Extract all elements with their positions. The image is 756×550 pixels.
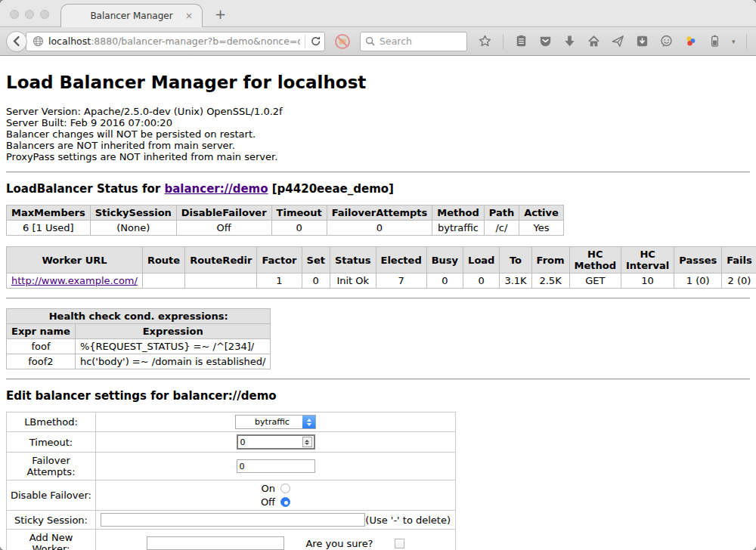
select-stepper-icon: [302, 416, 315, 428]
blocked-content-icon[interactable]: [334, 33, 351, 50]
disable-failover-label: Disable Failover:: [7, 480, 96, 511]
table-title-row: Health check cond. expressions:: [7, 309, 271, 324]
server-version: Server Version: Apache/2.5.0-dev (Unix) …: [6, 106, 750, 117]
page-title: Load Balancer Manager for localhost: [6, 73, 750, 92]
lbmethod-select[interactable]: bytraffic: [235, 415, 316, 429]
search-bar[interactable]: Search: [360, 32, 467, 51]
reading-list-icon[interactable]: [514, 34, 528, 48]
url-separator: [305, 35, 305, 48]
loadbalancer-status-heading: LoadBalancer Status for balancer://demo …: [6, 182, 750, 196]
failover-on-radio[interactable]: [280, 484, 290, 493]
server-built: Server Built: Feb 9 2016 07:00:20: [6, 117, 750, 128]
new-tab-button[interactable]: +: [215, 6, 226, 22]
divider: [6, 298, 750, 299]
timeout-label: Timeout:: [7, 432, 96, 453]
sticky-session-input[interactable]: [101, 513, 365, 527]
globe-icon: [33, 36, 44, 47]
minimize-window-button[interactable]: [25, 10, 34, 19]
back-button[interactable]: [6, 31, 27, 52]
are-you-sure-label: Are you sure?: [305, 538, 373, 549]
home-icon[interactable]: [587, 34, 601, 48]
page-content: Load Balancer Manager for localhost Serv…: [0, 56, 756, 550]
table-header-row: MaxMembers StickySession DisableFailover…: [7, 205, 564, 221]
close-window-button[interactable]: [10, 10, 19, 19]
balancer-demo-link[interactable]: balancer://demo: [164, 182, 268, 196]
window-controls[interactable]: [10, 10, 49, 19]
table-header-row: Worker URL Route RouteRedir Factor Set S…: [7, 247, 756, 273]
reload-icon[interactable]: [310, 34, 321, 48]
dropdown-caret-icon[interactable]: ▾: [732, 38, 736, 45]
failover-off-radio[interactable]: [280, 497, 290, 507]
messenger-icon[interactable]: [659, 34, 674, 48]
disable-failover-row: Disable Failover: On Off: [7, 480, 456, 511]
timeout-row: Timeout: 0: [7, 432, 456, 453]
inherit-note: Balancers are NOT inherited from main se…: [6, 140, 750, 151]
search-icon: [365, 36, 375, 46]
toolbar-separator: [503, 34, 503, 49]
are-you-sure-checkbox[interactable]: [395, 539, 404, 548]
navigation-toolbar: localhost:8880/balancer-manager?b=demo&n…: [0, 27, 756, 56]
toolbar-separator: [746, 34, 747, 49]
proxypass-note: ProxyPass settings are NOT inherited fro…: [6, 151, 750, 162]
add-worker-label: Add New Worker:: [7, 530, 96, 550]
tab-balancer-manager[interactable]: Balancer Manager ×: [60, 4, 203, 27]
table-row: foof2 hc('body') =~ /domain is establish…: [7, 354, 271, 369]
bookmark-star-icon[interactable]: [478, 34, 492, 48]
sticky-session-label: Sticky Session:: [7, 511, 96, 530]
worker-table: Worker URL Route RouteRedir Factor Set S…: [6, 246, 756, 289]
health-check-table: Health check cond. expressions: Expr nam…: [6, 308, 271, 369]
worker-url-link[interactable]: http://www.example.com/: [11, 275, 138, 286]
lbmethod-row: LBmethod: bytraffic: [7, 412, 456, 432]
send-icon[interactable]: [611, 34, 625, 48]
on-label: On: [261, 483, 275, 494]
pocket-icon[interactable]: [538, 34, 553, 48]
tab-close-icon[interactable]: ×: [185, 11, 193, 21]
add-worker-row: Add New Worker: Are you sure?: [7, 530, 456, 550]
battery-status-icon[interactable]: [708, 34, 722, 48]
table-header-row: Expr name Expression: [7, 324, 271, 339]
browser-window: Balancer Manager × + localhost:8880/bala…: [0, 0, 756, 550]
sticky-session-note: (Use '-' to delete): [365, 514, 451, 526]
address-text[interactable]: localhost:8880/balancer-manager?b=demo&n…: [48, 36, 300, 47]
persist-note: Balancer changes will NOT be persisted o…: [6, 128, 750, 140]
toolbar-icons: ▾: [478, 34, 756, 49]
back-arrow-icon: [10, 34, 24, 48]
failover-attempts-row: Failover Attempts: 0: [7, 453, 456, 480]
edit-balancer-heading: Edit balancer settings for balancer://de…: [6, 389, 750, 403]
add-worker-input[interactable]: [147, 536, 284, 550]
worker-row: http://www.example.com/ 1 0 Init Ok 7 0 …: [7, 273, 756, 289]
off-label: Off: [261, 496, 275, 508]
search-placeholder: Search: [380, 36, 412, 47]
table-row: 6 [1 Used] (None) Off 0 0 bytraffic /c/ …: [7, 221, 564, 236]
url-bar[interactable]: localhost:8880/balancer-manager?b=demo&n…: [26, 32, 325, 51]
divider: [6, 379, 750, 380]
sticky-session-row: Sticky Session: (Use '-' to delete): [7, 511, 456, 530]
zoom-window-button[interactable]: [40, 10, 49, 19]
timeout-input[interactable]: 0: [237, 434, 315, 450]
balancer-settings-form: LBmethod: bytraffic Timeout: 0: [6, 412, 456, 550]
lbmethod-label: LBmethod:: [7, 412, 96, 432]
save-to-device-icon[interactable]: [635, 34, 649, 48]
failover-attempts-label: Failover Attempts:: [7, 453, 96, 480]
failover-attempts-input[interactable]: 0: [237, 459, 315, 473]
tab-bar: Balancer Manager × +: [0, 0, 756, 27]
colors-palette-icon[interactable]: [683, 34, 698, 48]
number-spinner-icon[interactable]: [302, 437, 312, 447]
divider: [6, 171, 750, 173]
downloads-icon[interactable]: [562, 34, 577, 48]
table-row: foof %{REQUEST_STATUS} =~ /^[234]/: [7, 339, 271, 354]
tab-title: Balancer Manager: [90, 11, 172, 21]
balancer-status-table: MaxMembers StickySession DisableFailover…: [6, 205, 564, 236]
